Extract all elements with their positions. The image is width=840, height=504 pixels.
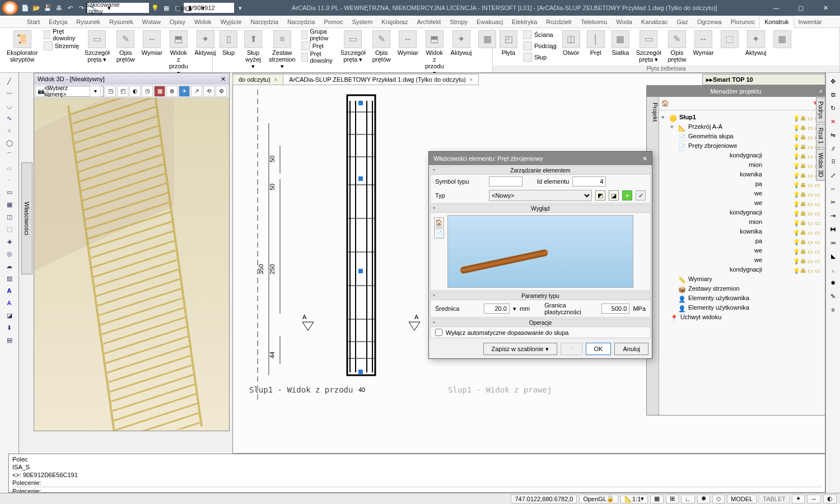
save-template-button[interactable]: Zapisz w szablonie ▾ [483, 343, 557, 355]
activate-button[interactable]: ✦Aktywuj [447, 29, 475, 57]
diameter-field[interactable] [484, 304, 510, 314]
section-header-ops[interactable]: Operacje [431, 319, 650, 327]
qat-open-icon[interactable]: 📂 [31, 3, 41, 13]
view-tool-icon[interactable]: ◷ [142, 86, 153, 97]
scale-cell[interactable]: 📐 1:1 ▾ [620, 494, 648, 503]
disable-autofit-checkbox[interactable] [435, 329, 442, 336]
tab-close-icon[interactable]: × [274, 76, 277, 83]
rect-tool-icon[interactable]: ▭ [4, 187, 15, 197]
donut-tool-icon[interactable]: ◎ [4, 249, 15, 259]
rotate-tool-icon[interactable]: ↻ [828, 103, 838, 113]
ribbon-tab[interactable]: Kanalizac [637, 16, 673, 27]
ribbon-tab[interactable]: Opisy [165, 16, 190, 27]
bar-description-button[interactable]: ✎Opis prętów [664, 29, 689, 64]
osnap-toggle[interactable]: ◇ [712, 494, 725, 503]
qat-more-icon[interactable]: ▾ [235, 3, 245, 13]
symbol-type-field[interactable] [489, 176, 522, 186]
tree-node[interactable]: Zestawy strzemion [688, 284, 740, 293]
type-tool2-icon[interactable]: ◪ [609, 190, 619, 200]
panel-extra-icon[interactable]: ⬚ [717, 29, 742, 50]
tree-node[interactable]: Elementy użytkownika [688, 303, 749, 312]
status-toggle[interactable]: ✦ [792, 494, 805, 503]
slab-button[interactable]: ◰Płyta [496, 29, 521, 57]
arc2-tool-icon[interactable]: ⌒ [4, 150, 15, 160]
ribbon-tab[interactable]: Ogrzewa [693, 16, 726, 27]
front-view-button[interactable]: ⬒Widok z przodu ▾ [166, 29, 192, 77]
command-line[interactable]: Polec ISA_S <>: 90E912D6E56C191 Poleceni… [8, 454, 825, 493]
tablet-button[interactable]: TABLET [759, 494, 790, 503]
offset-tool-icon[interactable]: ⫽ [828, 143, 838, 153]
tree-node[interactable]: Słup1 [679, 113, 696, 122]
ribbon-tab[interactable]: Edycja [44, 16, 72, 27]
id-field[interactable] [572, 176, 606, 186]
tree-node[interactable]: kownika [740, 227, 762, 236]
ribbon-tab[interactable]: Inwentar [794, 16, 827, 27]
bar-button[interactable]: Pręt [301, 40, 335, 52]
mesh-button[interactable]: ▦Siatka [608, 29, 633, 57]
ribbon-tab[interactable]: Stropy [445, 16, 472, 27]
delete-tool-icon[interactable]: ✕ [828, 116, 838, 127]
edit-tool-icon[interactable]: ✎ [828, 291, 838, 301]
boundary-tool-icon[interactable]: ⬚ [4, 224, 15, 234]
document-tab[interactable]: do odczytu)× [232, 74, 283, 85]
dimension-button[interactable]: ↔Wymiar [394, 29, 422, 57]
tree-node[interactable]: we [754, 246, 762, 255]
ribbon-tab[interactable]: Start [22, 16, 44, 27]
tree-node[interactable]: Geometria słupa [688, 132, 734, 141]
bar-button[interactable]: │Pręt [584, 29, 608, 57]
type-tool1-icon[interactable]: ◩ [595, 190, 605, 200]
maximize-button[interactable]: ▢ [788, 0, 813, 16]
beam-button[interactable]: Podciąg [523, 40, 557, 52]
copy-tool-icon[interactable]: ⧉ [828, 90, 838, 100]
panel-close-icon[interactable]: × [819, 88, 823, 95]
mirror-tool-icon[interactable]: ⇋ [828, 130, 838, 140]
qat-save-icon[interactable]: 💾 [43, 3, 53, 13]
any-bar-button[interactable]: Pręt dowolny [44, 29, 79, 40]
right-flyout-tab[interactable]: Podrys [816, 97, 825, 123]
fillet-tool-icon[interactable]: ◟ [828, 264, 838, 274]
block-tool-icon[interactable]: ◪ [4, 310, 15, 320]
explode-tool-icon[interactable]: ✸ [828, 278, 838, 288]
section-header-params[interactable]: Parametry typu [431, 292, 650, 300]
array-tool-icon[interactable]: ⠿ [828, 157, 838, 167]
type-check-icon[interactable]: ✓ [636, 190, 646, 200]
status-toggle[interactable]: ◐ [823, 494, 837, 503]
wall-button[interactable]: Ściana [523, 29, 557, 40]
qat-workspace-combo[interactable]: 🔧 Szkicowanie i opisy ▾ [87, 3, 149, 13]
stirrup-button[interactable]: Strzemię [44, 40, 79, 52]
activate-button[interactable]: ✦Aktywuj [742, 29, 770, 57]
tree-node[interactable]: kondygnacji [730, 265, 762, 274]
tree-node[interactable]: kondygnacji [730, 151, 762, 160]
type-select[interactable]: <Nowy> [489, 190, 592, 201]
qat-bulb-icon[interactable]: 💡 [150, 3, 160, 13]
bar-detail-button[interactable]: ▭Szczegół pręta ▾ [633, 29, 665, 64]
circle-tool-icon[interactable]: ○ [4, 125, 15, 136]
ribbon-tab[interactable]: Elektryka [507, 16, 542, 27]
coords-cell[interactable]: 747.0122,880.6782,0 [511, 494, 577, 503]
polyline-tool-icon[interactable]: 〰 [4, 88, 15, 99]
bar-group-button[interactable]: Grupa prętów [301, 29, 335, 40]
qat-undo-icon[interactable]: ↶ [65, 3, 75, 13]
dialog-close-icon[interactable]: ✕ [642, 155, 647, 162]
grid-toggle[interactable]: ⊞ [666, 494, 679, 503]
tree-node[interactable]: we [754, 198, 762, 208]
script-explorer-button[interactable]: 📜Eksplorator skryptów [3, 29, 41, 64]
tree-node[interactable]: we [754, 255, 762, 265]
projmgr-sidetab[interactable]: Projekt [652, 102, 659, 415]
trace-tool-icon[interactable]: ◈ [4, 236, 15, 246]
view-tool-icon[interactable]: ⟲ [203, 86, 214, 97]
cancel-button[interactable]: Anuluj [614, 343, 648, 355]
qat-redo-icon[interactable]: ↷ [76, 3, 86, 13]
ribbon-tab-active[interactable]: Konstruk [759, 16, 794, 28]
tree-node[interactable]: pa [755, 179, 762, 189]
arc-tool-icon[interactable]: ◡ [4, 101, 15, 111]
dimension-button[interactable]: ↔Wymiar [138, 29, 166, 57]
table-tool-icon[interactable]: ▤ [4, 335, 15, 345]
view-tool-icon[interactable]: ⊕ [166, 86, 178, 97]
section-header-appearance[interactable]: Wygląd [431, 205, 650, 213]
wipeout-tool-icon[interactable]: ▨ [4, 273, 15, 283]
qat-new-icon[interactable]: 📄 [20, 3, 30, 13]
view-tool-icon[interactable]: ▦ [154, 86, 165, 97]
tree-node[interactable]: Wymiary [688, 274, 712, 284]
view-tool-icon[interactable]: ✈ [179, 86, 190, 97]
